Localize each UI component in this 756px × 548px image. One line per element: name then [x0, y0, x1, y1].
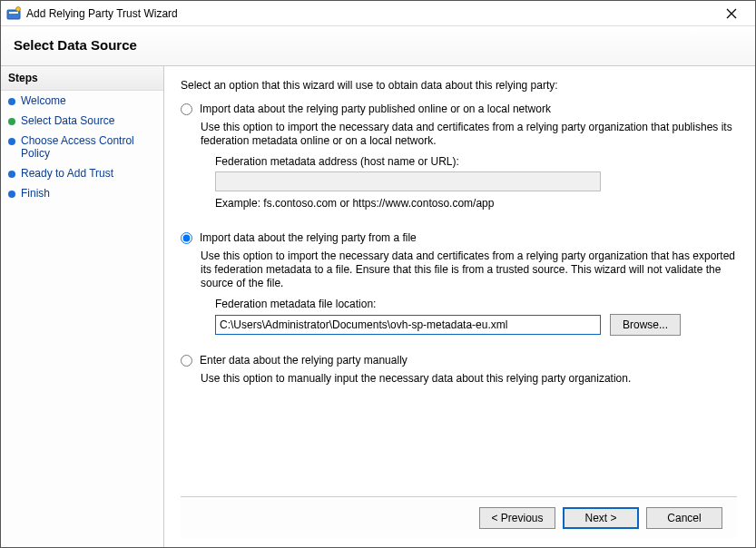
bullet-icon — [8, 138, 15, 145]
next-button[interactable]: Next > — [563, 507, 639, 529]
option-import-file[interactable]: Import data about the relying party from… — [181, 231, 737, 244]
option-enter-manually[interactable]: Enter data about the relying party manua… — [181, 354, 737, 367]
option-file-desc: Use this option to import the necessary … — [201, 250, 737, 290]
bullet-icon — [8, 118, 15, 125]
metadata-file-label: Federation metadata file location: — [215, 298, 737, 310]
svg-point-2 — [16, 6, 21, 11]
step-label: Welcome — [21, 94, 66, 107]
step-choose-access-control-policy[interactable]: Choose Access Control Policy — [1, 131, 163, 163]
option-title: Enter data about the relying party manua… — [200, 354, 407, 367]
intro-text: Select an option that this wizard will u… — [181, 79, 737, 92]
app-icon — [6, 6, 21, 21]
step-welcome[interactable]: Welcome — [1, 91, 163, 111]
step-label: Select Data Source — [21, 114, 114, 127]
metadata-address-example: Example: fs.contoso.com or https://www.c… — [215, 197, 737, 210]
step-select-data-source[interactable]: Select Data Source — [1, 111, 163, 131]
option-online-desc: Use this option to import the necessary … — [201, 121, 737, 148]
bullet-icon — [8, 98, 15, 105]
titlebar: Add Relying Party Trust Wizard — [1, 1, 755, 26]
metadata-address-input — [215, 171, 601, 191]
option-manual-desc: Use this option to manually input the ne… — [201, 372, 737, 386]
option-online-body: Use this option to import the necessary … — [201, 121, 737, 222]
close-button[interactable] — [713, 2, 750, 25]
content-pane: Select an option that this wizard will u… — [164, 66, 755, 547]
step-label: Ready to Add Trust — [21, 167, 113, 180]
page-title: Select Data Source — [14, 37, 742, 53]
option-file-body: Use this option to import the necessary … — [201, 250, 737, 336]
metadata-address-label: Federation metadata address (host name o… — [215, 155, 737, 168]
step-ready-to-add-trust[interactable]: Ready to Add Trust — [1, 163, 163, 183]
radio-import-online[interactable] — [181, 103, 192, 115]
steps-sidebar: Steps Welcome Select Data Source Choose … — [1, 66, 164, 547]
step-label: Finish — [21, 187, 50, 200]
wizard-header: Select Data Source — [1, 26, 755, 66]
previous-button[interactable]: < Previous — [479, 507, 555, 529]
window-title: Add Relying Party Trust Wizard — [26, 7, 713, 20]
steps-header: Steps — [1, 66, 163, 91]
bullet-icon — [8, 191, 15, 198]
option-import-online[interactable]: Import data about the relying party publ… — [181, 103, 737, 115]
option-title: Import data about the relying party publ… — [200, 103, 551, 115]
cancel-button[interactable]: Cancel — [646, 507, 722, 529]
option-manual-body: Use this option to manually input the ne… — [201, 372, 737, 393]
option-title: Import data about the relying party from… — [200, 231, 417, 244]
radio-import-file[interactable] — [181, 232, 192, 244]
wizard-window: Add Relying Party Trust Wizard Select Da… — [0, 0, 756, 548]
metadata-file-input[interactable] — [215, 315, 601, 335]
radio-enter-manually[interactable] — [181, 355, 192, 367]
bullet-icon — [8, 171, 15, 178]
wizard-body: Steps Welcome Select Data Source Choose … — [1, 66, 755, 547]
browse-button[interactable]: Browse... — [610, 314, 681, 336]
wizard-footer: < Previous Next > Cancel — [181, 496, 737, 538]
step-finish[interactable]: Finish — [1, 183, 163, 203]
step-label: Choose Access Control Policy — [21, 134, 156, 160]
svg-rect-1 — [9, 12, 18, 14]
